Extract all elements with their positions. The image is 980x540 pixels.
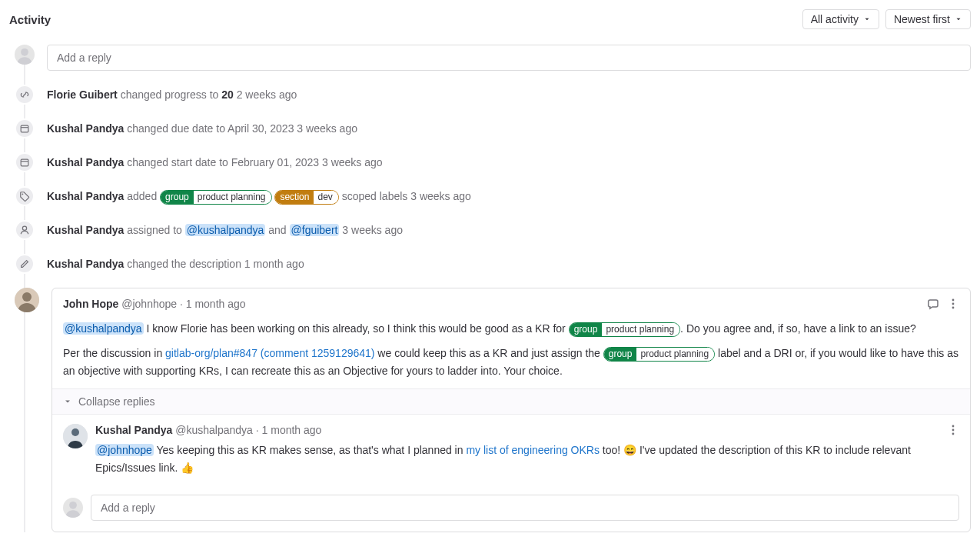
reply-input-nested[interactable] bbox=[91, 495, 959, 521]
reply-link[interactable]: my list of engineering OKRs bbox=[466, 444, 600, 456]
svg-point-15 bbox=[952, 429, 955, 432]
reply-author-avatar[interactable] bbox=[63, 424, 88, 448]
label-group-product-planning[interactable]: groupproduct planning bbox=[603, 347, 715, 362]
calendar-icon bbox=[15, 152, 35, 172]
filter-activity-label: All activity bbox=[811, 13, 859, 25]
event-time: 3 weeks ago bbox=[410, 190, 471, 202]
event-author[interactable]: Kushal Pandya bbox=[47, 224, 124, 236]
svg-point-9 bbox=[952, 299, 955, 302]
comment-author-avatar[interactable] bbox=[15, 288, 39, 312]
calendar-icon bbox=[15, 118, 35, 138]
chevron-down-icon bbox=[63, 397, 72, 406]
comment-author[interactable]: John Hope bbox=[63, 298, 118, 310]
collapse-replies-label: Collapse replies bbox=[78, 395, 155, 408]
link-icon bbox=[15, 85, 35, 105]
reply-handle[interactable]: @kushalpandya bbox=[175, 424, 253, 436]
sort-dropdown[interactable]: Newest first bbox=[885, 9, 971, 29]
more-actions-icon[interactable] bbox=[947, 298, 959, 312]
comment-time[interactable]: 1 month ago bbox=[186, 298, 246, 310]
current-user-avatar[interactable] bbox=[63, 498, 83, 518]
event-text: changed start date to February 01, 2023 bbox=[127, 156, 319, 168]
svg-rect-3 bbox=[21, 159, 28, 166]
label-group-product-planning[interactable]: groupproduct planning bbox=[569, 322, 680, 338]
svg-point-16 bbox=[952, 433, 955, 435]
mention-johnhope[interactable]: @johnhope bbox=[95, 444, 154, 456]
label-group-product-planning[interactable]: groupproduct planning bbox=[160, 190, 271, 205]
pencil-icon bbox=[15, 254, 35, 274]
current-user-avatar[interactable] bbox=[15, 45, 35, 65]
event-verb: changed progress to bbox=[121, 88, 222, 101]
mention-fguibert[interactable]: @fguibert bbox=[290, 224, 340, 236]
event-author[interactable]: Kushal Pandya bbox=[47, 258, 124, 270]
comment-handle[interactable]: @johnhope bbox=[121, 298, 177, 310]
reply-time[interactable]: 1 month ago bbox=[262, 424, 322, 436]
svg-point-8 bbox=[22, 292, 32, 302]
chevron-down-icon bbox=[863, 15, 871, 23]
event-time: 3 weeks ago bbox=[342, 224, 403, 236]
reply-more-actions-icon[interactable] bbox=[947, 424, 959, 438]
comment-card: John Hope @johnhope · 1 month ago @kus bbox=[51, 288, 971, 532]
event-author[interactable]: Kushal Pandya bbox=[47, 156, 124, 168]
event-value: 20 bbox=[221, 88, 234, 101]
event-author[interactable]: Florie Guibert bbox=[47, 88, 118, 101]
event-tail: scoped labels bbox=[342, 190, 408, 202]
svg-point-14 bbox=[952, 425, 955, 428]
reply-author[interactable]: Kushal Pandya bbox=[95, 424, 172, 436]
reply-input-top[interactable] bbox=[47, 45, 971, 71]
event-author[interactable]: Kushal Pandya bbox=[47, 190, 124, 202]
event-and: and bbox=[268, 224, 286, 236]
header-filters: All activity Newest first bbox=[802, 9, 971, 29]
event-text: changed the description bbox=[127, 258, 241, 270]
event-verb: added bbox=[127, 190, 157, 202]
filter-activity-dropdown[interactable]: All activity bbox=[802, 9, 879, 29]
event-time: 2 weeks ago bbox=[237, 88, 297, 101]
label-section-dev[interactable]: sectiondev bbox=[274, 190, 338, 205]
chevron-down-icon bbox=[955, 15, 962, 23]
event-time: 3 weeks ago bbox=[297, 122, 357, 135]
page-title: Activity bbox=[9, 13, 51, 26]
mention-kushalpandya[interactable]: @kushalpandya bbox=[185, 224, 266, 236]
svg-point-17 bbox=[69, 502, 77, 509]
collapse-replies-toggle[interactable]: Collapse replies bbox=[52, 388, 970, 415]
comment-body: @kushalpandya I know Florie has been wor… bbox=[52, 312, 970, 388]
sort-label: Newest first bbox=[894, 13, 950, 25]
svg-point-13 bbox=[71, 428, 79, 436]
svg-point-6 bbox=[22, 226, 26, 230]
event-time: 3 weeks ago bbox=[322, 156, 383, 168]
svg-point-0 bbox=[21, 48, 28, 56]
mention-kushalpandya[interactable]: @kushalpandya bbox=[63, 322, 144, 335]
event-time: 1 month ago bbox=[244, 258, 304, 270]
reply-block: Kushal Pandya @kushalpandya · 1 month ag… bbox=[52, 415, 970, 485]
event-author[interactable]: Kushal Pandya bbox=[47, 122, 124, 135]
label-icon bbox=[15, 186, 35, 206]
svg-point-11 bbox=[952, 307, 955, 309]
event-verb: assigned to bbox=[127, 224, 182, 236]
comment-link[interactable]: gitlab-org/plan#847 (comment 1259129641) bbox=[165, 347, 374, 359]
event-text: changed due date to April 30, 2023 bbox=[127, 122, 294, 135]
svg-rect-1 bbox=[21, 125, 28, 132]
svg-point-5 bbox=[22, 194, 24, 195]
reply-icon[interactable] bbox=[927, 298, 939, 312]
user-icon bbox=[15, 220, 35, 240]
svg-point-10 bbox=[952, 303, 955, 305]
